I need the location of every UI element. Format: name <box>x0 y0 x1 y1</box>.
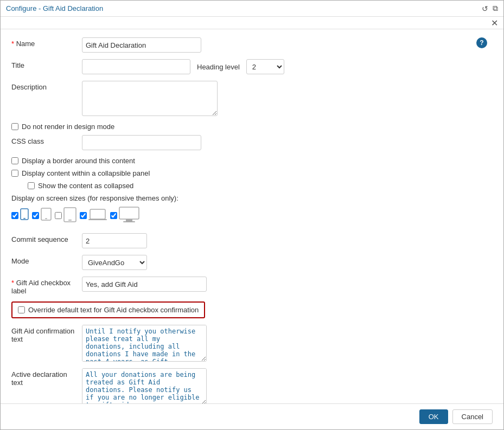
gift-aid-confirmation-textarea[interactable]: Until I notify you otherwise please trea… <box>82 325 207 362</box>
gift-aid-checkbox-input[interactable] <box>82 277 207 292</box>
css-class-input[interactable] <box>82 135 201 150</box>
gift-aid-checkbox-label-row: Gift Aid checkboxlabel <box>11 277 493 295</box>
do-not-render-label: Do not render in design mode <box>22 123 114 131</box>
svg-rect-3 <box>45 219 47 220</box>
commit-sequence-input[interactable] <box>82 233 147 248</box>
main-window: Configure - Gift Aid Declaration ↺ ⧉ ✕ ?… <box>0 0 504 430</box>
close-button[interactable]: ✕ <box>491 19 498 28</box>
mode-row: Mode GiveAndGo Standard <box>11 255 493 270</box>
mode-select[interactable]: GiveAndGo Standard <box>82 255 147 270</box>
heading-level-label: Heading level <box>197 63 240 71</box>
svg-rect-8 <box>119 207 139 219</box>
display-border-label: Display a border around this content <box>22 157 135 165</box>
display-collapsible-row: Display content within a collapsible pan… <box>11 169 493 177</box>
svg-rect-1 <box>23 218 25 219</box>
active-declaration-textarea[interactable]: All your donations are being treated as … <box>82 368 207 403</box>
description-textarea[interactable] <box>82 81 218 116</box>
svg-rect-5 <box>68 220 72 221</box>
description-row: Description <box>11 81 493 116</box>
name-label: Name <box>11 37 82 48</box>
active-declaration-row: Active declarationtext All your donation… <box>11 368 493 403</box>
description-label: Description <box>11 81 82 91</box>
display-collapsible-label: Display content within a collapsible pan… <box>22 169 150 177</box>
laptop-icon <box>88 208 107 223</box>
title-input[interactable] <box>82 59 190 74</box>
name-input[interactable] <box>82 37 201 53</box>
restore-icon[interactable]: ⧉ <box>493 4 498 13</box>
css-class-label: CSS class <box>11 135 82 145</box>
heading-level-select[interactable]: 1 2 3 4 5 6 <box>246 59 284 74</box>
title-heading-group: Heading level 1 2 3 4 5 6 <box>82 59 284 74</box>
override-label: Override default text for Gift Aid check… <box>28 306 199 314</box>
device-tablet-sm-checkbox[interactable] <box>32 212 39 219</box>
device-laptop-checkbox[interactable] <box>80 212 87 219</box>
ok-button[interactable]: OK <box>419 409 448 424</box>
title-label: Title <box>11 59 82 69</box>
do-not-render-row: Do not render in design mode <box>11 123 493 131</box>
show-collapsed-label: Show the content as collapsed <box>38 182 133 190</box>
content-area: ? Name Title Heading level 1 2 3 4 5 <box>1 29 503 403</box>
device-tablet-sm <box>32 208 52 223</box>
show-collapsed-checkbox[interactable] <box>28 182 35 189</box>
show-collapsed-row: Show the content as collapsed <box>11 182 493 190</box>
device-mobile <box>11 208 29 223</box>
device-mobile-checkbox[interactable] <box>11 212 18 219</box>
window-title: Configure - Gift Aid Declaration <box>6 4 103 12</box>
device-desktop-checkbox[interactable] <box>110 212 117 219</box>
svg-rect-7 <box>88 219 107 220</box>
svg-rect-9 <box>126 219 132 221</box>
commit-sequence-row: Commit sequence <box>11 233 493 248</box>
commit-sequence-label: Commit sequence <box>11 233 82 243</box>
display-border-checkbox[interactable] <box>11 157 18 164</box>
device-tablet-md-checkbox[interactable] <box>55 212 62 219</box>
footer: OK Cancel <box>1 403 503 429</box>
mobile-icon <box>20 208 29 223</box>
override-row: Override default text for Gift Aid check… <box>11 301 205 318</box>
refresh-icon[interactable]: ↺ <box>482 4 488 13</box>
device-laptop <box>80 208 107 223</box>
title-bar-controls: ↺ ⧉ <box>482 4 498 13</box>
override-checkbox[interactable] <box>18 306 25 313</box>
tablet-md-icon <box>63 207 76 224</box>
gift-aid-checkbox-label: Gift Aid checkboxlabel <box>11 277 82 295</box>
gift-aid-confirmation-label: Gift Aid confirmationtext <box>11 325 82 343</box>
main-area: ? Name Title Heading level 1 2 3 4 5 <box>1 29 503 403</box>
svg-rect-10 <box>123 221 135 222</box>
desktop-icon <box>119 207 139 224</box>
css-class-row: CSS class <box>11 135 493 150</box>
mode-label: Mode <box>11 255 82 265</box>
svg-rect-6 <box>90 209 105 219</box>
screen-sizes-label: Display on screen sizes (for responsive … <box>11 194 493 202</box>
display-border-row: Display a border around this content <box>11 157 493 165</box>
gift-aid-confirmation-row: Gift Aid confirmationtext Until I notify… <box>11 325 493 362</box>
active-declaration-label: Active declarationtext <box>11 368 82 387</box>
name-row: Name <box>11 37 493 53</box>
title-bar: Configure - Gift Aid Declaration ↺ ⧉ <box>1 1 503 17</box>
screen-sizes-row <box>11 207 493 224</box>
cancel-button[interactable]: Cancel <box>452 409 493 424</box>
title-row: Title Heading level 1 2 3 4 5 6 <box>11 59 493 74</box>
close-bar: ✕ <box>1 17 503 29</box>
display-collapsible-checkbox[interactable] <box>11 170 18 177</box>
device-tablet-md <box>55 207 76 224</box>
tablet-sm-icon <box>41 208 52 223</box>
device-desktop <box>110 207 139 224</box>
do-not-render-checkbox[interactable] <box>11 123 18 130</box>
